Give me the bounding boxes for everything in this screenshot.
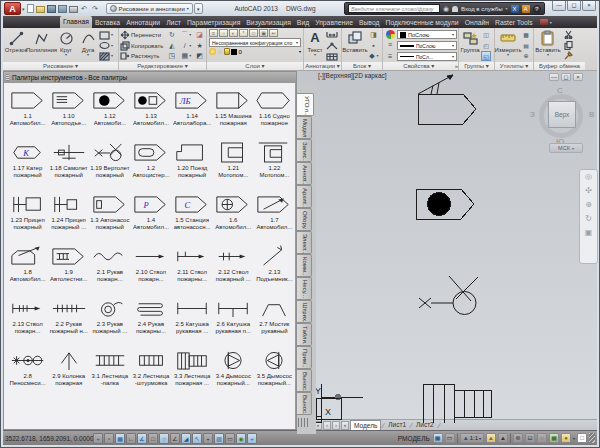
drawing-area[interactable]: [-][Верхняя][2D каркас] — ◻ × Верх С Ю З… <box>297 71 597 430</box>
toggle-grid-display[interactable]: ▦ <box>115 433 125 444</box>
palette-item[interactable]: 1.10Автоподъе... <box>48 86 89 138</box>
hardware-accel-icon[interactable]: ▦ <box>549 433 559 443</box>
save-as-icon[interactable] <box>58 5 67 13</box>
layout-quickview-icon[interactable]: ▦ <box>433 433 443 443</box>
palette-tabs-overflow-icon[interactable] <box>298 418 310 427</box>
measure-button[interactable]: Измерить ▾ <box>496 29 520 57</box>
save-icon[interactable] <box>47 5 56 13</box>
paste-button[interactable]: Вставить ▾ <box>535 29 561 57</box>
gradient-icon[interactable]: ◩ <box>195 51 205 61</box>
palette-item[interactable]: 1.13Автомобил... <box>130 86 171 138</box>
palette-item[interactable]: 1.1Автомобил... <box>7 86 48 138</box>
toggle-snap-mode[interactable]: ▫ <box>104 433 114 444</box>
palette-item[interactable]: 2.5 Катушкарукавная ... <box>172 294 213 346</box>
block-editor-icon[interactable]: ◆ <box>368 51 375 61</box>
layer-unlock-icon[interactable] <box>224 48 230 55</box>
lineweight-combo[interactable]: ПоСлою▾ <box>397 41 457 50</box>
arc-button[interactable]: Дуга ▾ <box>77 29 99 57</box>
panel-label-utilities[interactable]: Утилиты ▾ <box>495 62 533 70</box>
rotate-icon[interactable]: ↻ <box>167 30 177 40</box>
viewcube-east[interactable]: В <box>589 110 594 119</box>
ribbon-tab-9[interactable]: Вывод <box>356 16 383 28</box>
drawing-helicopter[interactable] <box>419 276 478 315</box>
palette-item[interactable]: 2.12 Стволпожарный ... <box>213 242 254 294</box>
drawing-stairs[interactable] <box>423 384 491 423</box>
autodesk360-icon[interactable]: A <box>522 5 530 13</box>
panel-label-clipboard[interactable]: Буфер обмена <box>534 62 585 70</box>
palette-grip-icon[interactable] <box>6 74 9 81</box>
color-combo[interactable]: ПоСлою▾ <box>397 30 457 39</box>
layer-color-swatch[interactable] <box>231 49 237 55</box>
scale-icon[interactable]: ◳ <box>167 51 177 61</box>
trim-icon[interactable]: / <box>181 41 188 51</box>
palette-tab-7[interactable]: Элект... <box>297 231 312 254</box>
copy-clip-icon[interactable] <box>563 41 573 51</box>
fillet-icon[interactable]: ⌒ <box>181 30 188 40</box>
layer-thaw-sun-icon[interactable]: ☼ <box>217 48 223 55</box>
panel-label-layers[interactable]: Слои ▾ <box>207 62 303 70</box>
ribbon-tab-8[interactable]: Управление <box>312 16 356 28</box>
viewcube-west[interactable]: З <box>530 110 535 119</box>
toggle-lineweight[interactable]: + <box>203 433 213 444</box>
layer-properties-icon[interactable]: ≡ <box>209 29 218 37</box>
isolate-objects-icon[interactable]: ◌ <box>537 433 547 443</box>
workspace-switcher[interactable]: Рисование и аннотации ▾ <box>106 3 193 14</box>
edit-attribute-icon[interactable]: ◨ <box>369 30 379 40</box>
linetype-combo[interactable]: ПоСл...▾ <box>397 52 457 61</box>
layer-lock-icon[interactable]: □ <box>249 29 258 37</box>
toggle-3d-object-snap[interactable]: ○ <box>159 433 169 444</box>
ribbon-tab-2[interactable]: Вставка <box>92 16 123 28</box>
palette-item[interactable]: 1.2Автоцистер... <box>130 138 171 190</box>
palette-item[interactable]: К1.17 Катерпожарный <box>7 138 48 190</box>
palette-item[interactable]: 1.24 Прицеппожарный ... <box>48 190 89 242</box>
palette-item[interactable]: 3.5 Дымососпожарный... <box>254 346 295 398</box>
text-button[interactable]: A Текст ▾ <box>305 29 325 57</box>
wcs-menu[interactable]: МСК▾ <box>549 143 583 153</box>
panel-label-block[interactable]: Блок ▾ <box>342 62 382 70</box>
mirror-icon[interactable]: ◭ <box>167 41 177 51</box>
doc-minimize-button[interactable]: — <box>549 73 559 81</box>
annotation-scale-control[interactable]: ▲1:1▾ <box>460 433 484 443</box>
ungroup-icon[interactable]: ◫ <box>481 30 491 40</box>
palette-item[interactable]: 3.3 Лестницапожарная ... <box>172 346 213 398</box>
palette-tab-12[interactable]: Прим... <box>297 346 312 369</box>
annotation-visibility-icon[interactable]: ▲ <box>486 433 496 443</box>
layer-on-bulb-icon[interactable] <box>209 48 216 55</box>
palette-tab-13[interactable]: Вынос... <box>297 369 312 392</box>
move-button[interactable]: Перенести <box>120 30 161 40</box>
toggle-polar-tracking[interactable]: ∡ <box>137 433 147 444</box>
palette-tab-6[interactable]: Обору... <box>297 208 312 231</box>
line-button[interactable]: Отрезок <box>4 29 28 53</box>
palette-item[interactable]: 1.18 Самолетпожарный <box>48 138 89 190</box>
calculator-icon[interactable]: ▤ <box>521 41 531 51</box>
toggle-ortho-mode[interactable]: ∟ <box>126 433 136 444</box>
array-icon[interactable]: ▦ <box>181 51 188 61</box>
palette-tab-1[interactable]: УГО п... <box>297 93 314 116</box>
cut-icon[interactable] <box>563 30 573 40</box>
ribbon-tab-10[interactable]: Подключенные модули <box>383 16 462 28</box>
toggle-dynamic-input[interactable]: ↖ <box>192 433 202 444</box>
palette-item[interactable]: Р1.4Автомобил... <box>130 190 171 242</box>
create-block-icon[interactable]: ▪ <box>369 41 379 51</box>
polyline-button[interactable]: Полилиния <box>28 29 55 53</box>
quick-select-icon[interactable]: ▩ <box>521 30 531 40</box>
ribbon-tab-5[interactable]: Параметризация <box>184 16 243 28</box>
panel-label-modify[interactable]: Редактирование ▾ <box>119 62 206 70</box>
palette-item[interactable]: 2.13Подъемник... <box>254 242 295 294</box>
circle-button[interactable]: Круг ▾ <box>55 29 77 57</box>
palette-item[interactable]: 1.8Автомобил... <box>7 242 48 294</box>
clean-screen-icon[interactable]: □ <box>577 433 587 443</box>
exchange-apps-icon[interactable]: X <box>511 5 519 13</box>
toggle-annotation-monitor[interactable]: + <box>247 433 257 444</box>
ribbon-tab-4[interactable]: Лист <box>163 16 184 28</box>
status-menu-icon[interactable]: ▾ <box>573 436 575 441</box>
orbit-icon[interactable]: ↻ <box>585 214 592 224</box>
palette-item[interactable]: ЛБ1.14Автолабора... <box>172 86 213 138</box>
workspace-switch-icon[interactable]: ⊛ <box>513 433 523 443</box>
id-point-icon[interactable]: ⊕ <box>521 51 531 61</box>
layer-dropdown-icon[interactable]: ▾ <box>299 49 301 54</box>
palette-item[interactable]: 2.3 Рукавпожарный ... <box>89 294 130 346</box>
toolbar-lock-icon[interactable]: ⊡ <box>525 433 535 443</box>
minimize-button[interactable]: — <box>552 1 566 11</box>
doc-restore-button[interactable]: ◻ <box>561 73 571 81</box>
